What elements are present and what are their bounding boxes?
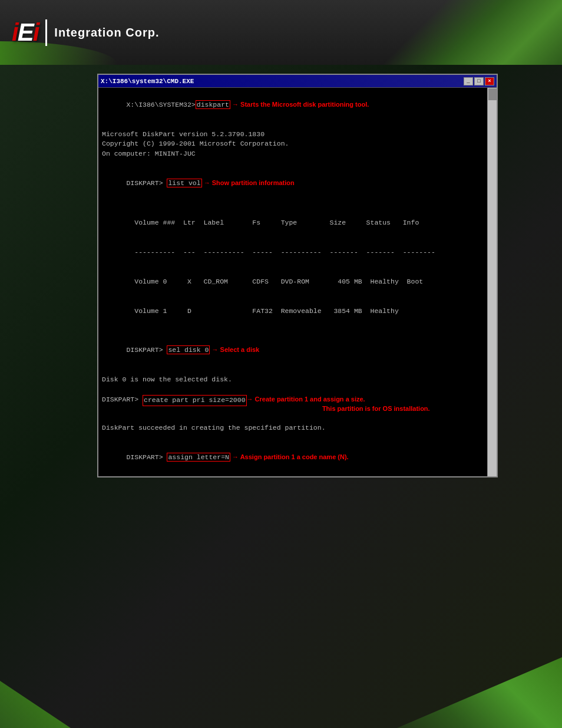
- cmd-line-blank3: [102, 198, 493, 208]
- cmd-table-sep: ---------- --- ---------- ----- --------…: [102, 238, 493, 267]
- cmd-line-blank1: [102, 120, 493, 130]
- cmd-line-seldisk: DISKPART> sel disk 0 → Select a disk: [102, 336, 493, 365]
- header: iEi Integration Corp.: [0, 0, 562, 65]
- cmd-table-row2: Volume 1 D FAT32 Removeable 3854 MB Heal…: [102, 297, 493, 326]
- cmd-line-computer: On computer: MININT-JUC: [102, 149, 493, 159]
- deco-bottom-left: [0, 681, 118, 728]
- cmd-table-header: Volume ### Ltr Label Fs Type Size Status…: [102, 208, 493, 238]
- cmd-line-blank6: [102, 385, 493, 395]
- cmd-line-blank8: [102, 433, 493, 443]
- cmd-line-partsuccess1: DiskPart succeeded in creating the speci…: [102, 423, 493, 433]
- cmd-line-version: Microsoft DiskPart version 5.2.3790.1830: [102, 130, 493, 140]
- close-button[interactable]: ×: [485, 77, 494, 85]
- cmd-controls: _ □ ×: [464, 77, 494, 85]
- bottom-decoration: [0, 657, 562, 728]
- deco-bottom-right: [356, 657, 562, 728]
- cmd-line-blank7: [102, 414, 493, 424]
- cmd-line-create1: DISKPART> create part pri size=2000 → Cr…: [102, 395, 493, 414]
- cmd-table-row1: Volume 0 X CD_ROM CDFS DVD-ROM 405 MB He…: [102, 267, 493, 297]
- logo-text: Integration Corp.: [54, 26, 159, 39]
- logo-iei: iEi: [12, 18, 38, 47]
- cmd-titlebar: X:\I386\system32\CMD.EXE _ □ ×: [98, 75, 497, 88]
- logo-divider: [45, 19, 47, 46]
- cmd-line-blank9: [102, 473, 493, 476]
- scrollbar[interactable]: [487, 88, 497, 476]
- cmd-body: X:\I386\SYSTEM32>diskpart → Starts the M…: [98, 88, 497, 476]
- cmd-line-blank2: [102, 159, 493, 169]
- cmd-line-assignN: DISKPART> assign letter=N → Assign parti…: [102, 443, 493, 473]
- cmd-title: X:\I386\system32\CMD.EXE: [101, 78, 194, 85]
- logo-area: iEi Integration Corp.: [12, 18, 159, 47]
- maximize-button[interactable]: □: [474, 77, 484, 85]
- cmd-line-blank5: [102, 365, 493, 375]
- deco-green-right: [326, 0, 562, 65]
- scrollbar-thumb[interactable]: [488, 88, 497, 100]
- cmd-line-blank4: [102, 326, 493, 336]
- cmd-line-disk0selected: Disk 0 is now the selected disk.: [102, 375, 493, 385]
- cmd-window: X:\I386\system32\CMD.EXE _ □ × X:\I386\S…: [97, 74, 498, 477]
- cmd-line-listvol: DISKPART> list vol → Show partition info…: [102, 169, 493, 198]
- cmd-line-copyright: Copyright (C) 1999-2001 Microsoft Corpor…: [102, 139, 493, 149]
- cmd-line-diskpart: X:\I386\SYSTEM32>diskpart → Starts the M…: [102, 90, 493, 120]
- minimize-button[interactable]: _: [464, 77, 473, 85]
